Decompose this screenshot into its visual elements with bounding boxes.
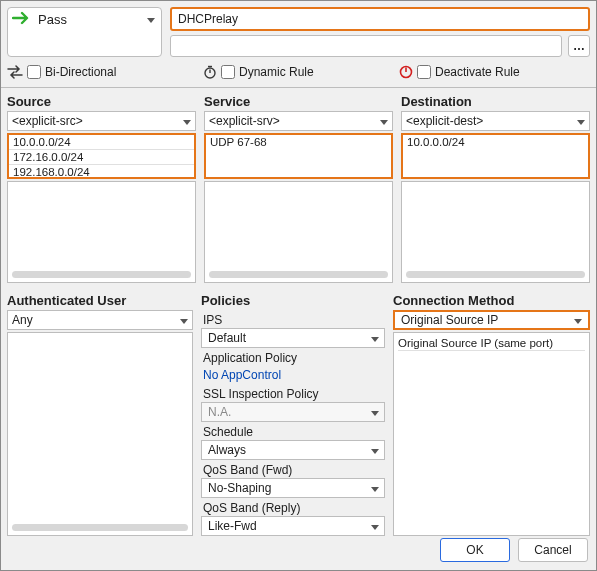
- schedule-label: Schedule: [201, 422, 385, 440]
- destination-list[interactable]: 10.0.0.0/24: [401, 133, 590, 179]
- ssl-policy-value: N.A.: [208, 405, 231, 419]
- source-extra-panel: [7, 181, 196, 283]
- list-item[interactable]: UDP 67-68: [206, 135, 391, 150]
- app-policy-link[interactable]: No AppControl: [201, 366, 385, 384]
- ok-button[interactable]: OK: [440, 538, 510, 562]
- chevron-down-icon: [371, 405, 379, 419]
- chevron-down-icon: [371, 481, 379, 495]
- chevron-down-icon: [180, 313, 188, 327]
- power-icon: [399, 65, 413, 79]
- chevron-down-icon: [371, 331, 379, 345]
- auth-user-list[interactable]: [7, 332, 193, 536]
- ok-button-label: OK: [466, 543, 483, 557]
- destination-type-dropdown[interactable]: <explicit-dest>: [401, 111, 590, 131]
- list-item[interactable]: 192.168.0.0/24: [9, 165, 194, 179]
- service-list[interactable]: UDP 67-68: [204, 133, 393, 179]
- chevron-down-icon: [147, 12, 155, 26]
- qos-fwd-dropdown[interactable]: No-Shaping: [201, 478, 385, 498]
- stopwatch-icon: [203, 65, 217, 79]
- destination-heading: Destination: [401, 92, 590, 111]
- schedule-dropdown[interactable]: Always: [201, 440, 385, 460]
- deactivate-rule-label: Deactivate Rule: [435, 65, 520, 79]
- app-policy-label: Application Policy: [201, 348, 385, 366]
- chevron-down-icon: [371, 519, 379, 533]
- list-item[interactable]: 172.16.0.0/24: [9, 150, 194, 165]
- more-button[interactable]: …: [568, 35, 590, 57]
- source-heading: Source: [7, 92, 196, 111]
- chevron-down-icon: [574, 313, 582, 327]
- ips-label: IPS: [201, 310, 385, 328]
- list-item[interactable]: Original Source IP (same port): [398, 335, 585, 351]
- bi-directional-checkbox[interactable]: [27, 65, 41, 79]
- chevron-down-icon: [183, 114, 191, 128]
- ips-dropdown[interactable]: Default: [201, 328, 385, 348]
- ssl-policy-label: SSL Inspection Policy: [201, 384, 385, 402]
- chevron-down-icon: [577, 114, 585, 128]
- list-item[interactable]: 10.0.0.0/24: [403, 135, 588, 150]
- bidirectional-icon: [7, 65, 23, 79]
- action-label: Pass: [38, 10, 67, 27]
- cancel-button-label: Cancel: [534, 543, 571, 557]
- chevron-down-icon: [371, 443, 379, 457]
- qos-reply-dropdown[interactable]: Like-Fwd: [201, 516, 385, 536]
- rule-name-input[interactable]: DHCPrelay: [170, 7, 590, 31]
- deactivate-rule-checkbox[interactable]: [417, 65, 431, 79]
- connection-method-list[interactable]: Original Source IP (same port): [393, 332, 590, 536]
- source-type-value: <explicit-src>: [12, 114, 83, 128]
- bi-directional-label: Bi-Directional: [45, 65, 116, 79]
- service-heading: Service: [204, 92, 393, 111]
- auth-user-dropdown[interactable]: Any: [7, 310, 193, 330]
- pass-arrow-icon: [12, 10, 32, 26]
- description-input[interactable]: [170, 35, 562, 57]
- list-item[interactable]: 10.0.0.0/24: [9, 135, 194, 150]
- action-dropdown[interactable]: Pass: [7, 7, 162, 57]
- dynamic-rule-label: Dynamic Rule: [239, 65, 314, 79]
- destination-type-value: <explicit-dest>: [406, 114, 483, 128]
- policies-heading: Policies: [201, 291, 385, 310]
- connection-method-value: Original Source IP: [401, 313, 498, 327]
- ssl-policy-dropdown: N.A.: [201, 402, 385, 422]
- qos-reply-label: QoS Band (Reply): [201, 498, 385, 516]
- rule-name-text: DHCPrelay: [178, 12, 238, 26]
- service-extra-panel: [204, 181, 393, 283]
- auth-user-value: Any: [12, 313, 33, 327]
- dynamic-rule-checkbox[interactable]: [221, 65, 235, 79]
- connection-method-heading: Connection Method: [393, 291, 590, 310]
- qos-reply-value: Like-Fwd: [208, 519, 257, 533]
- connection-method-dropdown[interactable]: Original Source IP: [393, 310, 590, 330]
- app-policy-value: No AppControl: [203, 368, 281, 382]
- ips-value: Default: [208, 331, 246, 345]
- auth-user-heading: Authenticated User: [7, 291, 193, 310]
- source-type-dropdown[interactable]: <explicit-src>: [7, 111, 196, 131]
- service-type-value: <explicit-srv>: [209, 114, 280, 128]
- service-type-dropdown[interactable]: <explicit-srv>: [204, 111, 393, 131]
- qos-fwd-label: QoS Band (Fwd): [201, 460, 385, 478]
- destination-extra-panel: [401, 181, 590, 283]
- qos-fwd-value: No-Shaping: [208, 481, 271, 495]
- source-list[interactable]: 10.0.0.0/24 172.16.0.0/24 192.168.0.0/24: [7, 133, 196, 179]
- chevron-down-icon: [380, 114, 388, 128]
- cancel-button[interactable]: Cancel: [518, 538, 588, 562]
- schedule-value: Always: [208, 443, 246, 457]
